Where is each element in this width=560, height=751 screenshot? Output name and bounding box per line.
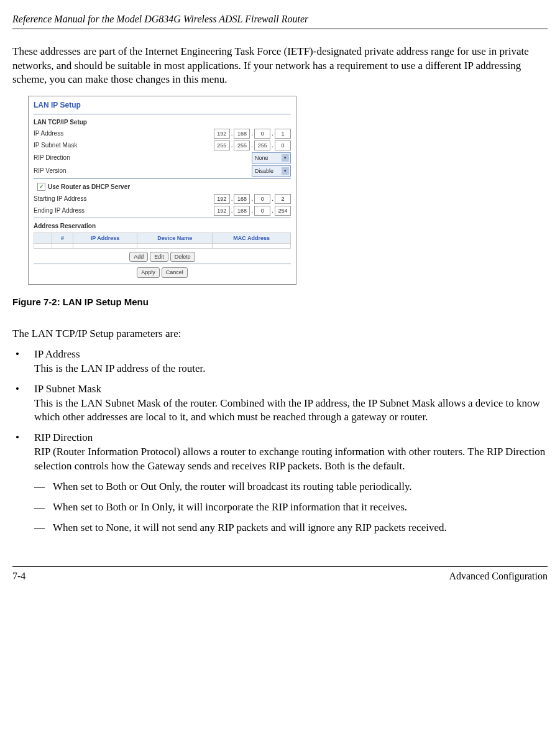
- subnet-mask-label: IP Subnet Mask: [34, 141, 214, 150]
- ip-octet-4[interactable]: 1: [275, 129, 291, 139]
- chevron-down-icon: ▾: [282, 154, 289, 162]
- start-ip-octet-4[interactable]: 2: [275, 194, 291, 204]
- ip-address-item-text: This is the LAN IP address of the router…: [34, 362, 206, 374]
- list-item: • IP Address This is the LAN IP address …: [12, 348, 548, 376]
- screenshot-figure: LAN IP Setup LAN TCP/IP Setup IP Address…: [28, 96, 296, 284]
- th-device: Device Name: [137, 233, 213, 244]
- list-item: — When set to Both or In Only, it will i…: [34, 500, 548, 515]
- cancel-button[interactable]: Cancel: [162, 267, 188, 277]
- footer-section: Advanced Configuration: [449, 569, 548, 583]
- mask-octet-1[interactable]: 255: [214, 141, 230, 150]
- ip-address-row: IP Address 192. 168. 0. 1: [34, 129, 291, 139]
- subnet-mask-item-text: This is the LAN Subnet Mask of the route…: [34, 397, 540, 423]
- end-ip-octet-1[interactable]: 192: [214, 206, 230, 216]
- ip-address-label: IP Address: [34, 129, 214, 138]
- table-row: [34, 244, 291, 249]
- th-ip: IP Address: [73, 233, 137, 244]
- ip-address-item-title: IP Address: [34, 348, 80, 360]
- ip-octet-3[interactable]: 0: [254, 129, 270, 139]
- rip-direction-value: None: [255, 154, 269, 162]
- rip-version-label: RIP Version: [34, 167, 252, 175]
- footer-page-number: 7-4: [12, 569, 25, 583]
- bullet-marker: •: [12, 382, 34, 425]
- list-item: — When set to None, it will not send any…: [34, 521, 548, 535]
- dhcp-checkbox-label: Use Router as DHCP Server: [48, 183, 130, 191]
- chevron-down-icon: ▾: [282, 167, 289, 175]
- rip-direction-item-text: RIP (Router Information Protocol) allows…: [34, 446, 545, 472]
- ip-octet-2[interactable]: 168: [234, 129, 250, 139]
- intro-paragraph: These addresses are part of the Internet…: [12, 45, 548, 88]
- mask-octet-3[interactable]: 255: [254, 141, 270, 150]
- edit-button[interactable]: Edit: [150, 252, 168, 262]
- mask-octet-4[interactable]: 0: [275, 141, 291, 150]
- th-mac: MAC Address: [213, 233, 291, 244]
- end-ip-octet-2[interactable]: 168: [234, 206, 250, 216]
- address-reservation-table: # IP Address Device Name MAC Address: [34, 233, 291, 249]
- header-title: Reference Manual for the Model DG834G Wi…: [12, 14, 308, 24]
- subnet-mask-item-title: IP Subnet Mask: [34, 383, 101, 395]
- start-ip-octet-2[interactable]: 168: [234, 194, 250, 204]
- page-footer: 7-4 Advanced Configuration: [12, 566, 548, 583]
- figure-caption: Figure 7-2: LAN IP Setup Menu: [12, 296, 548, 308]
- rip-direction-label: RIP Direction: [34, 154, 252, 162]
- list-item: — When set to Both or Out Only, the rout…: [34, 480, 548, 494]
- rip-sub-list: — When set to Both or Out Only, the rout…: [34, 480, 548, 535]
- end-ip-octet-4[interactable]: 254: [275, 206, 291, 216]
- th-num: #: [52, 233, 73, 244]
- th-radio: [34, 233, 52, 244]
- rip-sub-item-1: When set to Both or Out Only, the router…: [53, 480, 412, 494]
- list-item: • RIP Direction RIP (Router Information …: [12, 431, 548, 541]
- page-header: Reference Manual for the Model DG834G Wi…: [12, 12, 548, 29]
- delete-button[interactable]: Delete: [170, 252, 195, 262]
- rip-direction-select[interactable]: None ▾: [252, 152, 291, 164]
- add-button[interactable]: Add: [129, 252, 148, 262]
- dhcp-checkbox[interactable]: ✓: [37, 183, 45, 191]
- rip-version-select[interactable]: Disable ▾: [252, 165, 291, 177]
- dash-marker: —: [34, 500, 53, 515]
- ending-ip-row: Ending IP Address 192. 168. 0. 254: [34, 206, 291, 216]
- rip-version-row: RIP Version Disable ▾: [34, 165, 291, 177]
- address-reservation-label: Address Reservation: [34, 222, 291, 231]
- bullet-marker: •: [12, 348, 34, 376]
- screenshot-title: LAN IP Setup: [34, 100, 291, 111]
- mask-octet-2[interactable]: 255: [234, 141, 250, 150]
- ending-ip-label: Ending IP Address: [34, 206, 214, 215]
- dash-marker: —: [34, 521, 53, 535]
- start-ip-octet-3[interactable]: 0: [254, 194, 270, 204]
- subnet-mask-row: IP Subnet Mask 255. 255. 255. 0: [34, 141, 291, 150]
- dash-marker: —: [34, 480, 53, 494]
- starting-ip-row: Starting IP Address 192. 168. 0. 2: [34, 194, 291, 204]
- end-ip-octet-3[interactable]: 0: [254, 206, 270, 216]
- list-item: • IP Subnet Mask This is the LAN Subnet …: [12, 382, 548, 425]
- parameters-list: • IP Address This is the LAN IP address …: [12, 348, 548, 541]
- rip-sub-item-3: When set to None, it will not send any R…: [53, 521, 447, 535]
- rip-direction-row: RIP Direction None ▾: [34, 152, 291, 164]
- dhcp-server-checkbox-row: ✓ Use Router as DHCP Server: [37, 183, 291, 191]
- rip-sub-item-2: When set to Both or In Only, it will inc…: [53, 500, 407, 515]
- params-intro-paragraph: The LAN TCP/IP Setup parameters are:: [12, 327, 548, 341]
- starting-ip-label: Starting IP Address: [34, 195, 214, 203]
- bullet-marker: •: [12, 431, 34, 541]
- start-ip-octet-1[interactable]: 192: [214, 194, 230, 204]
- apply-button[interactable]: Apply: [137, 267, 160, 277]
- ip-octet-1[interactable]: 192: [214, 129, 230, 139]
- lan-tcpip-section-label: LAN TCP/IP Setup: [34, 118, 291, 127]
- rip-direction-item-title: RIP Direction: [34, 431, 93, 443]
- rip-version-value: Disable: [255, 167, 273, 175]
